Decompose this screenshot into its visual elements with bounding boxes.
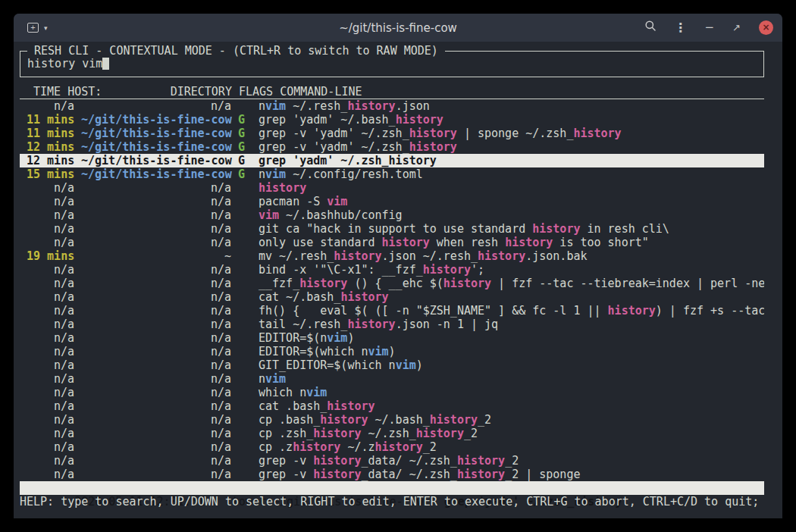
minimize-button[interactable]: − [705, 20, 715, 35]
command-segment: vim [265, 167, 286, 181]
history-row[interactable]: 15 mins~/git/this-is-fine-cowGnvim ~/.co… [20, 167, 764, 181]
history-row[interactable]: n/an/awhich nvim [20, 386, 764, 399]
row-command: cat .bash_history [259, 399, 375, 413]
command-segment: fh() { eval $( ([ -n "$ZSH_NAME" ] && fc… [259, 304, 608, 318]
command-segment: history [443, 277, 491, 290]
row-directory: n/a [81, 427, 231, 440]
history-row[interactable]: n/an/aGIT_EDITOR=$(which nvim) [20, 358, 764, 372]
row-command: grep 'yadm' ~/.zsh_history [259, 154, 437, 167]
history-row[interactable]: n/an/agrep -v history_data/ ~/.zsh_histo… [20, 454, 764, 468]
command-segment: EDITOR=$(n [259, 331, 327, 345]
command-segment: grep 'yadm' ~/.zsh_ [259, 154, 389, 167]
command-segment: only use standard [259, 236, 382, 249]
history-row[interactable]: 11 mins~/git/this-is-fine-cowGgrep 'yadm… [20, 113, 764, 127]
row-directory: n/a [81, 290, 231, 304]
history-row[interactable]: n/an/aEDITOR=$(which nvim) [20, 345, 764, 358]
history-row[interactable]: n/an/anvim [20, 372, 764, 386]
row-directory: n/a [81, 195, 231, 208]
row-directory: ~ [81, 249, 231, 263]
new-tab-button[interactable]: + ▾ [23, 20, 52, 36]
row-time: n/a [27, 318, 74, 331]
history-row[interactable]: n/an/atail ~/.resh_history.json -n 1 | j… [20, 318, 764, 331]
terminal-window: + ▾ ~/git/this-is-fine-cow ⋮ − ↗ × RESH … [14, 14, 782, 518]
history-row[interactable]: n/an/aonly use standard history when res… [20, 236, 764, 249]
history-row[interactable]: 11 mins~/git/this-is-fine-cowGgrep -v 'y… [20, 127, 764, 140]
menu-icon[interactable]: ⋮ [675, 20, 687, 35]
row-time: n/a [27, 99, 74, 113]
row-command: cp .zsh_history ~/.zsh_history_2 [259, 427, 478, 440]
row-directory: n/a [81, 440, 231, 454]
history-row[interactable]: n/an/acp .bash_history ~/.bash_history_2 [20, 413, 764, 427]
command-segment: _2 [464, 427, 478, 440]
history-row[interactable]: n/an/agit ca "hack in support to use sta… [20, 222, 764, 236]
row-command: nvim [259, 372, 286, 386]
command-segment: bind -x '"\C-x1": __fzf_ [259, 263, 423, 277]
command-segment: cat .bash_ [259, 399, 327, 413]
close-button[interactable]: × [759, 20, 773, 35]
history-row[interactable]: n/an/acat ~/.bash_history [20, 290, 764, 304]
history-row[interactable]: n/an/anvim ~/.resh_history.json [20, 99, 764, 113]
command-segment: | fzf --tac --tiebreak=index | perl -ne [491, 277, 764, 290]
history-row[interactable]: n/an/avim ~/.bashhub/config [20, 208, 764, 222]
history-row[interactable]: n/an/agrep -v history_data/ ~/.zsh_histo… [20, 468, 764, 481]
row-command: grep -v history_data/ ~/.zsh_history_2 [259, 454, 519, 468]
history-row[interactable]: 19 mins~mv ~/.resh_history.json ~/.resh_… [20, 249, 764, 263]
command-segment: in resh cli\ [580, 222, 669, 236]
history-row[interactable]: 12 mins~/git/this-is-fine-cowGgrep -v 'y… [20, 140, 764, 154]
command-segment: vim [327, 331, 347, 345]
history-row[interactable]: n/an/acat .bash_history [20, 399, 764, 413]
command-segment: () { __ehc $( [347, 277, 443, 290]
command-segment: '; [471, 263, 484, 277]
row-time: n/a [27, 440, 74, 454]
row-time: n/a [27, 399, 74, 413]
history-row-selected[interactable]: 12 mins~/git/this-is-fine-cowGgrep 'yadm… [20, 154, 764, 167]
chevron-down-icon: ▾ [44, 24, 48, 32]
history-row[interactable]: n/an/abind -x '"\C-x1": __fzf_history'; [20, 263, 764, 277]
status-bar: 2020-05-11 12:01:51tower:~/git/this-is-f… [20, 481, 764, 495]
history-list: n/an/anvim ~/.resh_history.json11 mins~/… [20, 99, 764, 481]
row-time: n/a [27, 277, 74, 290]
history-row[interactable]: n/an/acp .zhistory ~/.zhistory_2 [20, 440, 764, 454]
command-segment: n [259, 372, 265, 386]
help-line: HELP: type to search, UP/DOWN to select,… [20, 495, 764, 509]
row-command: EDITOR=$(which nvim) [259, 345, 396, 358]
command-segment: history [259, 181, 306, 195]
command-segment: vim [368, 345, 389, 358]
command-segment: n [259, 99, 265, 113]
command-segment: vim [265, 99, 286, 113]
row-command: cp .zhistory ~/.zhistory_2 [259, 440, 437, 454]
command-segment: | sponge ~/.zsh_ [457, 127, 574, 140]
command-segment: ) | fzf +s --tac [656, 304, 764, 318]
command-segment: grep 'yadm' ~/.bash_ [259, 113, 396, 127]
row-directory: n/a [81, 399, 231, 413]
search-icon[interactable] [644, 20, 657, 36]
history-row[interactable]: n/an/acp .zsh_history ~/.zsh_history_2 [20, 427, 764, 440]
history-row[interactable]: n/an/apacman -S vim [20, 195, 764, 208]
command-segment: history [478, 249, 525, 263]
row-time: n/a [27, 181, 74, 195]
row-time: 12 mins [27, 154, 74, 167]
row-command: bind -x '"\C-x1": __fzf_history'; [259, 263, 484, 277]
row-directory: n/a [81, 277, 231, 290]
history-row[interactable]: n/an/ahistory [20, 181, 764, 195]
search-frame: RESH CLI - CONTEXTUAL MODE - (CTRL+R to … [20, 51, 764, 77]
text-cursor [102, 58, 109, 70]
row-directory: ~/git/this-is-fine-cow [81, 154, 231, 167]
command-segment: history [409, 127, 457, 140]
titlebar[interactable]: + ▾ ~/git/this-is-fine-cow ⋮ − ↗ × [14, 14, 782, 42]
command-segment: .json.bak [525, 249, 587, 263]
restore-button[interactable]: ↗ [732, 20, 741, 35]
command-segment: history [409, 140, 457, 154]
command-segment: tail ~/.resh_ [259, 318, 347, 331]
history-row[interactable]: n/an/aEDITOR=$(nvim) [20, 331, 764, 345]
row-directory: n/a [81, 99, 231, 113]
command-segment: history [423, 263, 471, 277]
command-segment: history [573, 127, 621, 140]
history-row[interactable]: n/an/a__fzf_history () { __ehc $(history… [20, 277, 764, 290]
command-segment: ) [416, 358, 423, 372]
command-segment: _2 [478, 413, 491, 427]
command-segment: history [299, 277, 347, 290]
history-row[interactable]: n/an/afh() { eval $( ([ -n "$ZSH_NAME" ]… [20, 304, 764, 318]
command-segment: history [389, 154, 437, 167]
row-directory: n/a [81, 222, 231, 236]
